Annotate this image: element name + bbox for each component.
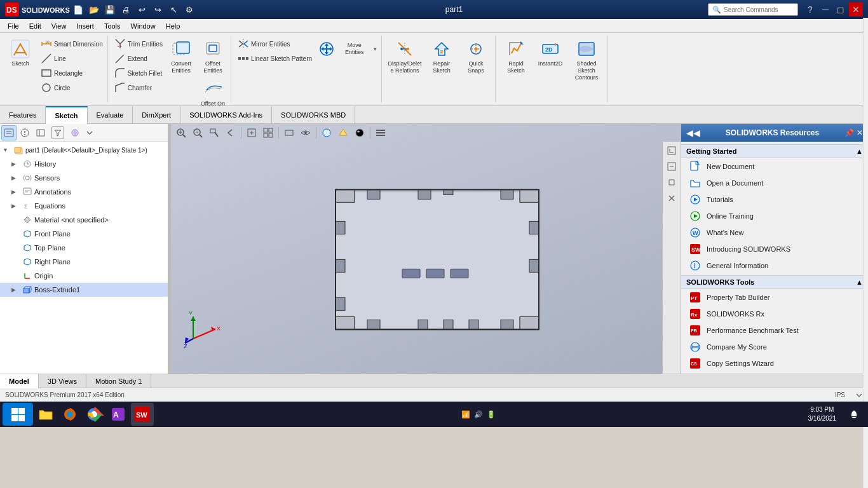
tree-item-history[interactable]: ▶ History — [0, 157, 168, 171]
panel-close-btn[interactable]: ✕ — [857, 128, 863, 137]
rect-btn[interactable]: Rectangle — [38, 66, 105, 80]
rp-prop-tab-builder[interactable]: PT Property Tab Builder — [681, 289, 868, 306]
offset-btn[interactable]: Offset Entities — [198, 37, 228, 76]
offset-surface-btn[interactable]: Offset On Surface — [198, 77, 228, 106]
options-btn[interactable]: ⚙ — [182, 3, 196, 17]
undo-btn[interactable]: ↩ — [135, 3, 149, 17]
close-btn[interactable]: ✕ — [849, 3, 863, 17]
realview-btn[interactable] — [352, 125, 367, 140]
help-btn[interactable]: ? — [803, 3, 817, 17]
menu-help[interactable]: Help — [161, 21, 186, 31]
display-style-btn[interactable] — [281, 125, 297, 140]
linear-pattern-btn[interactable]: Linear Sketch Pattern — [235, 51, 314, 65]
tree-item-right-plane[interactable]: Right Plane — [0, 255, 168, 269]
viewport[interactable]: X Y Z — [171, 124, 681, 374]
normal-to-btn[interactable] — [244, 125, 259, 140]
restore-btn[interactable]: ◻ — [834, 3, 848, 17]
chamfer-btn[interactable]: Chamfer — [112, 81, 165, 95]
tab-dimxpert[interactable]: DimXpert — [133, 106, 180, 124]
tree-item-annotations[interactable]: ▶ Annotations — [0, 185, 168, 199]
menu-insert[interactable]: Insert — [71, 21, 99, 31]
rp-sw-tools-header[interactable]: SOLIDWORKS Tools ▲ — [681, 275, 868, 289]
tree-item-material[interactable]: Material <not specified> — [0, 213, 168, 227]
view-settings-btn[interactable] — [373, 125, 388, 140]
circle-btn[interactable]: Circle — [38, 81, 105, 95]
fillet-btn[interactable]: Sketch Fillet — [112, 66, 165, 80]
open-btn[interactable]: 📂 — [87, 3, 101, 17]
tree-item-origin[interactable]: Origin — [0, 269, 168, 283]
rp-introducing-sw[interactable]: SW Introducing SOLIDWORKS — [681, 241, 868, 257]
rp-general-info[interactable]: i General Information — [681, 257, 868, 274]
menu-edit[interactable]: Edit — [24, 21, 46, 31]
repair-btn[interactable]: Repair Sketch — [425, 37, 458, 76]
tree-propertymanager-btn[interactable] — [17, 125, 32, 140]
taskbar-paint-btn[interactable]: A — [107, 403, 130, 426]
instant2d-btn[interactable]: 2D Instant2D — [534, 37, 567, 69]
menu-file[interactable]: File — [3, 21, 24, 31]
zoom-in-btn[interactable] — [190, 125, 205, 140]
rp-whats-new[interactable]: W What's New — [681, 224, 868, 241]
tree-item-boss-extrude1[interactable]: ▶ Boss-Extrude1 — [0, 283, 168, 297]
appearance-btn[interactable] — [319, 125, 334, 140]
rp-sw-rx[interactable]: Rx SOLIDWORKS Rx — [681, 306, 868, 322]
panel-pin-btn[interactable]: 📌 — [844, 128, 854, 137]
taskbar-firefox-btn[interactable] — [58, 403, 81, 426]
rp-copy-settings[interactable]: CS Copy Settings Wizard — [681, 355, 868, 372]
tree-item-front-plane[interactable]: Front Plane — [0, 227, 168, 241]
line-btn[interactable]: Line — [38, 51, 105, 65]
scene-btn[interactable] — [336, 125, 351, 140]
tree-item-equations[interactable]: ▶ Σ Equations — [0, 199, 168, 213]
rp-tutorials[interactable]: Tutorials — [681, 191, 868, 208]
tree-configmgr-btn[interactable] — [33, 125, 48, 140]
panel-scrollbar[interactable] — [863, 124, 868, 374]
rvt-maximize-btn[interactable] — [664, 175, 679, 190]
display-delete-btn[interactable]: Display/Delete Relations — [386, 37, 424, 76]
window-controls[interactable]: ? ─ ◻ ✕ — [803, 3, 863, 17]
convert-btn[interactable]: Convert Entities — [166, 37, 196, 76]
search-input[interactable] — [724, 6, 794, 13]
rapid-sketch-btn[interactable]: Rapid Sketch — [499, 37, 532, 76]
rvt-close-btn[interactable] — [664, 191, 679, 206]
tab-sketch[interactable]: Sketch — [46, 106, 87, 124]
minimize-btn[interactable]: ─ — [818, 3, 832, 17]
rvt-expand-btn[interactable] — [664, 143, 679, 158]
tab-features[interactable]: Features — [0, 106, 46, 124]
prev-view-btn[interactable] — [223, 125, 238, 140]
trim-btn[interactable]: Trim Entities — [112, 37, 165, 51]
tab-evaluate[interactable]: Evaluate — [88, 106, 133, 124]
rp-new-document[interactable]: New Document — [681, 158, 868, 175]
taskbar-chrome-btn[interactable] — [83, 403, 105, 426]
print-btn[interactable]: 🖨 — [119, 3, 133, 17]
tree-more-btn[interactable] — [83, 125, 96, 140]
extend-btn[interactable]: Extend — [112, 51, 165, 65]
bottom-tab-3dviews[interactable]: 3D Views — [39, 374, 86, 388]
start-btn[interactable] — [3, 403, 33, 426]
tab-addins[interactable]: SOLIDWORKS Add-Ins — [180, 106, 272, 124]
new-btn[interactable]: 📄 — [71, 3, 85, 17]
rp-open-document[interactable]: Open a Document — [681, 175, 868, 191]
bottom-tab-motion-study[interactable]: Motion Study 1 — [86, 374, 151, 388]
menu-view[interactable]: View — [46, 21, 72, 31]
tab-mbd[interactable]: SOLIDWORKS MBD — [272, 106, 355, 124]
shaded-contours-btn[interactable]: Shaded Sketch Contours — [568, 37, 605, 83]
tree-item-sensors[interactable]: ▶ Sensors — [0, 171, 168, 185]
panel-collapse-btn[interactable]: ◀◀ — [686, 128, 700, 138]
taskbar-notifications-btn[interactable] — [843, 403, 865, 426]
quick-snaps-btn[interactable]: Quick Snaps — [459, 37, 492, 76]
rp-perf-benchmark[interactable]: PB Performance Benchmark Test — [681, 322, 868, 339]
rp-getting-started-header[interactable]: Getting Started ▲ — [681, 144, 868, 158]
tree-item-root[interactable]: ▼ part1 (Default<<Default>_Display State… — [0, 143, 168, 157]
tree-item-top-plane[interactable]: Top Plane — [0, 241, 168, 255]
zoom-to-fit-btn[interactable] — [173, 125, 189, 140]
zoom-box-btn[interactable] — [207, 125, 222, 140]
std-views-btn[interactable] — [261, 125, 276, 140]
taskbar-sw-btn[interactable]: SW — [131, 403, 154, 426]
redo-btn[interactable]: ↪ — [151, 3, 165, 17]
menu-tools[interactable]: Tools — [99, 21, 126, 31]
tree-appearance-btn[interactable] — [67, 125, 83, 140]
tree-featuremgr-btn[interactable] — [1, 125, 17, 140]
sketch-btn[interactable]: Sketch — [4, 37, 37, 69]
move-btn[interactable]: Move Entities ▼ — [315, 37, 379, 61]
bottom-tab-model[interactable]: Model — [0, 374, 39, 388]
menu-window[interactable]: Window — [126, 21, 161, 31]
